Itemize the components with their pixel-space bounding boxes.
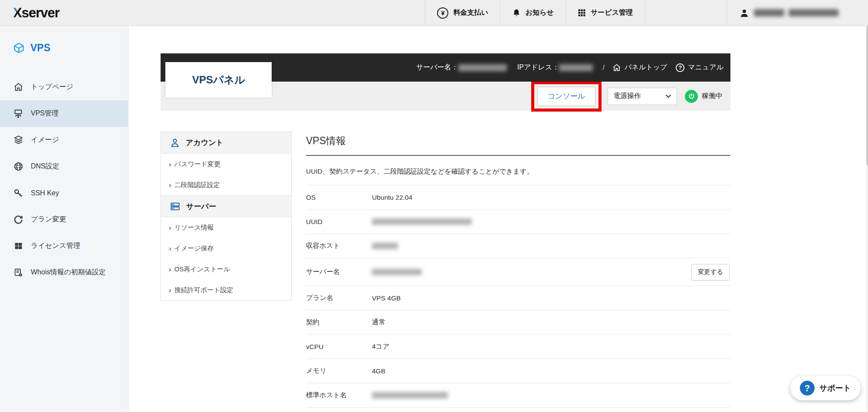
nav-item-label: 料金支払い [453,8,488,17]
panel-top-link[interactable]: パネルトップ [612,63,667,72]
redacted-value [372,243,398,249]
console-button[interactable]: コンソール [537,87,595,106]
nav-item-news[interactable]: お知らせ [500,0,566,26]
row-value: 通常 [372,318,730,327]
panel-top-label: パネルトップ [625,63,667,72]
main-row: アカウント › パスワード変更 › 二段階認証設定 サーバー › リソース情報 … [161,132,730,408]
section-description: UUID、契約ステータス、二段階認証設定などを確認することができます。 [306,167,730,176]
nav-spacer [645,0,727,26]
top-header: Xserver ¥ 料金支払い お知らせ サービス管理 [0,0,868,26]
user-account-menu[interactable] [727,0,851,26]
scrollbar-thumb[interactable] [866,26,868,165]
red-highlight-annotation: コンソール [531,81,602,112]
submenu-header-server: サーバー [161,195,291,217]
manual-label: マニュアル [688,63,723,72]
ip-address-redacted [559,64,593,71]
bell-icon [512,9,521,17]
sidebar-item-image[interactable]: イメージ [0,127,128,153]
row-value [372,243,730,249]
table-row-plan: プラン名 VPS 4GB [306,286,730,310]
top-nav: ¥ 料金支払い お知らせ サービス管理 [425,0,868,26]
layers-icon [13,135,23,145]
vps-manage-icon [13,109,23,119]
sidebar-item-license[interactable]: ライセンス管理 [0,233,128,259]
submenu-item-os-reinstall[interactable]: › OS再インストール [161,259,291,280]
sidebar-item-vps-manage[interactable]: VPS管理 [0,100,128,127]
redacted-value [372,218,472,225]
row-label: 契約 [306,318,372,327]
support-label: サポート [819,383,851,393]
sidebar-item-top-page[interactable]: トップページ [0,74,128,100]
globe-icon [13,162,23,171]
sidebar-item-ssh-key[interactable]: SSH Key [0,180,128,206]
question-circle-icon: ? [676,63,684,72]
nav-item-label: お知らせ [526,8,554,17]
submenu-item-image-save[interactable]: › イメージ保存 [161,238,291,259]
chevron-right-icon: › [169,181,171,189]
submenu-header-account: アカウント [161,132,291,154]
submenu-item-label: リソース情報 [174,224,214,232]
change-server-name-button[interactable]: 変更する [691,264,730,280]
submenu-header-label: アカウント [186,138,224,148]
user-id-redacted [789,9,838,16]
submenu-header-label: サーバー [186,201,216,211]
row-label: UUID [306,218,372,226]
sidebar-item-label: SSH Key [31,189,59,197]
chevron-right-icon: › [169,245,171,252]
chevron-right-icon: › [169,224,171,231]
scrollbar[interactable] [866,26,868,412]
nav-item-services[interactable]: サービス管理 [566,0,645,26]
user-person-icon [739,8,750,18]
sidebar-item-label: プラン変更 [31,215,66,224]
sidebar-item-label: トップページ [31,82,73,92]
support-button[interactable]: ? サポート [790,376,861,400]
account-person-icon [170,138,180,148]
submenu-item-label: 接続許可ポート設定 [174,286,233,294]
nav-item-payment[interactable]: ¥ 料金支払い [425,0,500,26]
sidebar-item-whois[interactable]: Whois情報の初期値設定 [0,259,128,286]
grid-icon [578,9,586,17]
vps-panel-title: VPSパネル [192,73,245,87]
submenu-item-label: パスワード変更 [174,160,220,168]
submenu-item-label: 二段階認証設定 [174,181,220,189]
home-icon [612,63,621,72]
table-row-uuid: UUID [306,210,730,234]
power-select-value: 電源操作 [613,92,641,101]
logo-x: X [13,5,22,21]
power-action-select[interactable]: 電源操作 [608,88,677,105]
sidebar-item-dns[interactable]: DNS設定 [0,153,128,180]
refresh-icon [13,215,23,224]
table-row-vcpu: vCPU 4コア [306,335,730,359]
document-person-icon [13,268,23,277]
home-icon [13,82,23,92]
submenu-item-two-factor[interactable]: › 二段階認証設定 [161,175,291,195]
question-icon: ? [800,381,815,396]
submenu-item-label: イメージ保存 [174,244,214,253]
sidebar: VPS トップページ VPS管理 イメージ DNS設定 SSH Key プラン変… [0,26,128,412]
row-value: 変更する [372,264,730,280]
submenu-item-resource-info[interactable]: › リソース情報 [161,217,291,238]
row-value: Ubuntu 22.04 [372,194,730,201]
sidebar-item-plan-change[interactable]: プラン変更 [0,206,128,233]
server-name-label: サーバー名： [416,63,458,72]
logo-rest: server [22,5,59,21]
key-icon [13,188,23,198]
yen-circle-icon: ¥ [437,7,448,19]
row-label: 標準ホスト名 [306,391,372,400]
server-name-redacted [458,64,507,71]
user-name-redacted [754,9,784,16]
submenu-item-port-settings[interactable]: › 接続許可ポート設定 [161,280,291,300]
submenu: アカウント › パスワード変更 › 二段階認証設定 サーバー › リソース情報 … [161,132,292,301]
vps-panel-bar: VPSパネル サーバー名： IPアドレス： / パネルトップ ? マニュアル [161,53,730,82]
manual-link[interactable]: ? マニュアル [676,63,723,72]
sidebar-brand-vps[interactable]: VPS [13,42,128,54]
table-row-contract: 契約 通常 [306,310,730,335]
content-column: VPSパネル サーバー名： IPアドレス： / パネルトップ ? マニュアル コ… [161,26,730,408]
row-value: 4コア [372,342,730,351]
power-status-icon [685,90,698,103]
submenu-item-label: OS再インストール [174,265,230,274]
sidebar-item-label: ライセンス管理 [31,241,80,250]
submenu-item-password-change[interactable]: › パスワード変更 [161,154,291,175]
table-row-default-hostname: 標準ホスト名 [306,383,730,408]
bar-separator: / [602,64,604,72]
